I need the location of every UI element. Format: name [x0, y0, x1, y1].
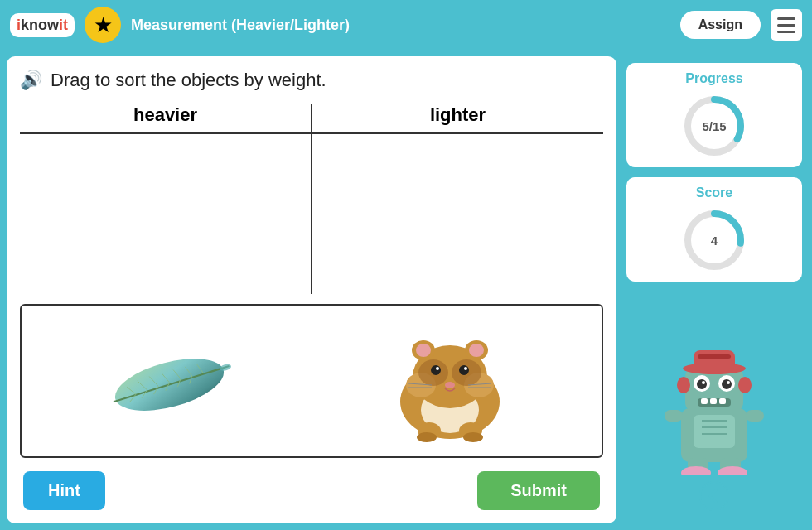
feather-object[interactable]	[99, 340, 248, 422]
drop-zones	[20, 134, 603, 294]
hamster-svg	[375, 319, 524, 443]
right-panel: Progress 5/15 Score 4	[623, 56, 805, 523]
lesson-title: Measurement (Heavier/Lighter)	[131, 17, 670, 34]
question-row: 🔊 Drag to sort the objects by weight.	[20, 70, 603, 91]
svg-rect-59	[710, 398, 717, 404]
character-svg	[656, 342, 772, 475]
heavier-header: heavier	[20, 104, 311, 132]
menu-bar-1	[777, 17, 795, 20]
progress-value: 5/15	[702, 119, 726, 133]
progress-section: Progress 5/15	[626, 63, 802, 167]
svg-rect-47	[694, 350, 735, 371]
svg-point-27	[431, 365, 441, 375]
menu-bar-2	[777, 24, 795, 26]
question-text: Drag to sort the objects by weight.	[51, 70, 326, 91]
header: iknowit ★ Measurement (Heavier/Lighter) …	[0, 0, 812, 50]
score-title: Score	[696, 186, 732, 200]
svg-point-24	[469, 344, 484, 357]
menu-button[interactable]	[771, 9, 802, 41]
lighter-drop-zone[interactable]	[312, 134, 603, 294]
bottom-buttons: Hint Submit	[20, 471, 603, 510]
speaker-icon[interactable]: 🔊	[20, 70, 42, 91]
score-value: 4	[711, 234, 718, 248]
star-icon: ★	[85, 7, 121, 43]
lighter-header: lighter	[312, 104, 603, 132]
svg-rect-70	[746, 410, 764, 422]
main-content: 🔊 Drag to sort the objects by weight. he…	[0, 50, 812, 530]
character-area	[626, 292, 802, 517]
back-arrow-icon[interactable]	[699, 481, 729, 517]
svg-point-52	[722, 379, 732, 389]
logo: iknowit	[10, 13, 75, 37]
hamster-object[interactable]	[375, 319, 524, 443]
svg-rect-60	[719, 398, 726, 404]
score-circle: 4	[681, 207, 747, 273]
svg-point-31	[445, 382, 455, 388]
svg-point-54	[727, 381, 730, 384]
svg-rect-48	[698, 354, 731, 359]
heavier-drop-zone[interactable]	[20, 134, 311, 294]
svg-point-30	[464, 367, 467, 370]
submit-button[interactable]: Submit	[477, 471, 600, 510]
progress-title: Progress	[685, 71, 742, 86]
svg-point-39	[463, 432, 483, 442]
svg-point-28	[459, 365, 469, 375]
svg-rect-69	[665, 410, 683, 422]
svg-point-29	[436, 367, 439, 370]
svg-point-55	[677, 377, 690, 393]
svg-point-38	[417, 432, 437, 442]
assign-button[interactable]: Assign	[680, 11, 761, 39]
svg-point-51	[697, 379, 707, 389]
left-panel: 🔊 Drag to sort the objects by weight. he…	[7, 56, 616, 523]
score-section: Score 4	[626, 177, 802, 282]
progress-circle: 5/15	[681, 93, 747, 159]
hint-button[interactable]: Hint	[23, 471, 105, 510]
feather-svg	[99, 340, 248, 422]
svg-rect-58	[701, 398, 708, 404]
svg-point-56	[738, 377, 752, 393]
menu-bar-3	[777, 31, 795, 33]
svg-point-71	[700, 482, 728, 510]
svg-point-53	[702, 381, 705, 384]
items-box	[20, 304, 603, 458]
svg-point-23	[416, 344, 431, 357]
column-headers: heavier lighter	[20, 104, 603, 134]
